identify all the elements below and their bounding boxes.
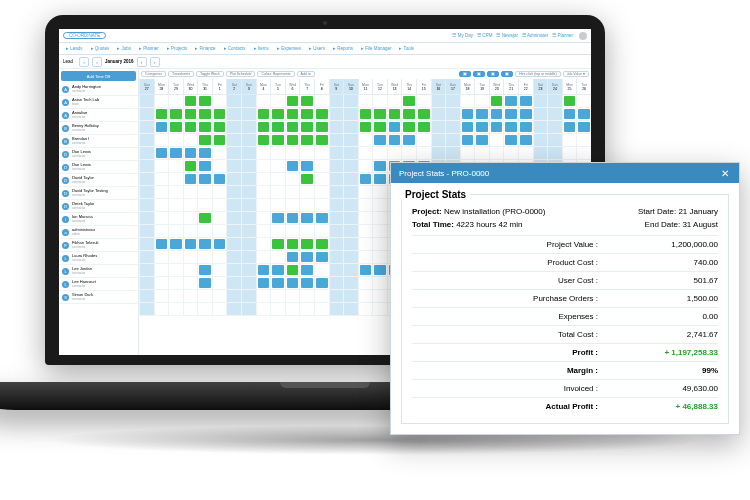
grid-cell[interactable] — [212, 238, 227, 250]
grid-cell[interactable] — [226, 225, 241, 237]
grid-cell[interactable] — [139, 303, 154, 315]
grid-cell[interactable] — [401, 108, 416, 120]
grid-cell[interactable] — [343, 95, 358, 107]
grid-cell[interactable] — [256, 108, 271, 120]
grid-cell[interactable] — [299, 108, 314, 120]
grid-cell[interactable] — [343, 147, 358, 159]
grid-cell[interactable] — [329, 95, 344, 107]
schedule-block[interactable] — [316, 252, 328, 262]
filter-plot-schedule[interactable]: Plot Schedule — [226, 71, 256, 77]
grid-cell[interactable] — [329, 212, 344, 224]
grid-cell[interactable] — [226, 121, 241, 133]
grid-cell[interactable] — [154, 186, 169, 198]
schedule-block[interactable] — [258, 122, 270, 132]
user-row[interactable]: LLaura Rhodescontractor — [59, 252, 138, 265]
grid-cell[interactable] — [226, 160, 241, 172]
grid-cell[interactable] — [547, 147, 562, 159]
grid-cell[interactable] — [314, 290, 329, 302]
grid-cell[interactable] — [329, 277, 344, 289]
schedule-block[interactable] — [301, 135, 313, 145]
schedule-block[interactable] — [214, 122, 226, 132]
grid-cell[interactable] — [256, 238, 271, 250]
grid-cell[interactable] — [372, 121, 387, 133]
grid-cell[interactable] — [285, 186, 300, 198]
grid-cell[interactable] — [329, 160, 344, 172]
grid-cell[interactable] — [547, 134, 562, 146]
schedule-block[interactable] — [564, 122, 576, 132]
grid-cell[interactable] — [387, 134, 402, 146]
schedule-block[interactable] — [360, 122, 372, 132]
grid-cell[interactable] — [576, 108, 591, 120]
schedule-block[interactable] — [287, 278, 299, 288]
grid-cell[interactable] — [168, 264, 183, 276]
schedule-block[interactable] — [564, 96, 576, 106]
grid-cell[interactable] — [168, 290, 183, 302]
grid-cell[interactable] — [139, 134, 154, 146]
grid-cell[interactable] — [168, 121, 183, 133]
grid-cell[interactable] — [343, 225, 358, 237]
grid-cell[interactable] — [503, 108, 518, 120]
grid-cell[interactable] — [358, 212, 373, 224]
schedule-block[interactable] — [374, 161, 386, 171]
grid-cell[interactable] — [183, 108, 198, 120]
grid-cell[interactable] — [285, 212, 300, 224]
grid-cell[interactable] — [154, 277, 169, 289]
grid-cell[interactable] — [241, 277, 256, 289]
grid-cell[interactable] — [139, 160, 154, 172]
grid-cell[interactable] — [139, 251, 154, 263]
grid-cell[interactable] — [197, 238, 212, 250]
grid-cell[interactable] — [168, 238, 183, 250]
grid-cell[interactable] — [533, 121, 548, 133]
grid-cell[interactable] — [358, 303, 373, 315]
schedule-block[interactable] — [301, 278, 313, 288]
schedule-block[interactable] — [287, 135, 299, 145]
schedule-block[interactable] — [403, 109, 415, 119]
grid-cell[interactable] — [154, 160, 169, 172]
grid-cell[interactable] — [154, 173, 169, 185]
grid-cell[interactable] — [401, 147, 416, 159]
grid-cell[interactable] — [314, 238, 329, 250]
grid-cell[interactable] — [431, 108, 446, 120]
grid-cell[interactable] — [358, 134, 373, 146]
grid-cell[interactable] — [270, 264, 285, 276]
grid-cell[interactable] — [183, 238, 198, 250]
grid-cell[interactable] — [226, 108, 241, 120]
grid-cell[interactable] — [256, 225, 271, 237]
schedule-block[interactable] — [316, 109, 328, 119]
grid-cell[interactable] — [299, 212, 314, 224]
grid-cell[interactable] — [226, 251, 241, 263]
schedule-block[interactable] — [403, 135, 415, 145]
grid-icon[interactable]: ▣ — [501, 71, 513, 77]
schedule-block[interactable] — [389, 135, 401, 145]
grid-cell[interactable] — [154, 251, 169, 263]
grid-cell[interactable] — [518, 121, 533, 133]
header-nav-item[interactable]: ☰ Planner — [552, 33, 573, 38]
grid-cell[interactable] — [372, 277, 387, 289]
schedule-block[interactable] — [258, 278, 270, 288]
schedule-block[interactable] — [301, 161, 313, 171]
grid-cell[interactable] — [299, 199, 314, 211]
grid-cell[interactable] — [168, 108, 183, 120]
grid-cell[interactable] — [445, 95, 460, 107]
grid-cell[interactable] — [183, 277, 198, 289]
schedule-block[interactable] — [316, 278, 328, 288]
grid-cell[interactable] — [256, 303, 271, 315]
schedule-block[interactable] — [578, 109, 590, 119]
user-row[interactable]: BBrendan Icontractor — [59, 135, 138, 148]
grid-cell[interactable] — [314, 251, 329, 263]
grid-cell[interactable] — [183, 134, 198, 146]
grid-cell[interactable] — [197, 134, 212, 146]
schedule-block[interactable] — [301, 96, 313, 106]
schedule-block[interactable] — [258, 265, 270, 275]
grid-cell[interactable] — [212, 264, 227, 276]
close-icon[interactable]: ✕ — [719, 167, 731, 179]
grid-cell[interactable] — [329, 134, 344, 146]
schedule-block[interactable] — [403, 122, 415, 132]
grid-cell[interactable] — [387, 121, 402, 133]
schedule-block[interactable] — [272, 213, 284, 223]
schedule-block[interactable] — [287, 109, 299, 119]
grid-cell[interactable] — [241, 212, 256, 224]
grid-cell[interactable] — [197, 186, 212, 198]
grid-cell[interactable] — [329, 238, 344, 250]
tab-projects[interactable]: ▸ Projects — [164, 46, 191, 51]
